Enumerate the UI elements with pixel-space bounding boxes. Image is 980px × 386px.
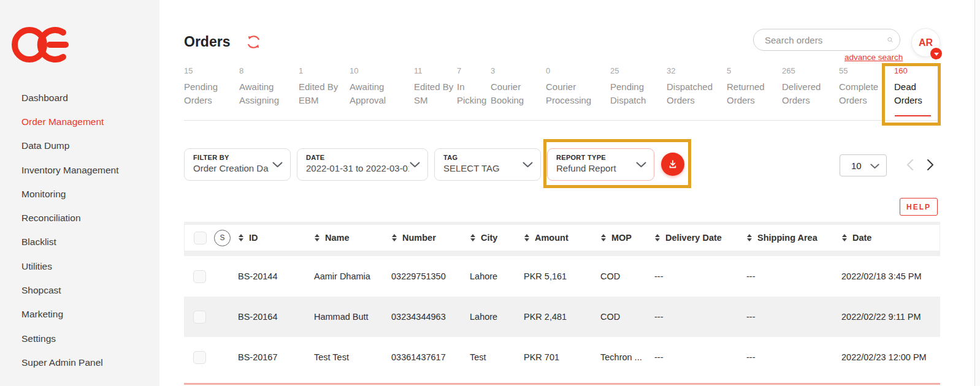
tab-edited-by-sm[interactable]: 11 Edited By SM (414, 66, 453, 107)
tab-awaiting-assigning[interactable]: 8 Awaiting Assigning (239, 66, 279, 107)
column-header-name[interactable]: Name (315, 233, 392, 243)
tab-courier-processing[interactable]: 0 Courier Processing (546, 66, 591, 107)
cell-amount: PKR 2,481 (524, 312, 600, 322)
orders-page: Dashboard Order Management Data Dump Inv… (0, 0, 980, 386)
tab-courier-booking[interactable]: 3 Courier Booking (491, 66, 524, 107)
avatar[interactable]: AR (912, 29, 940, 56)
sort-icon[interactable] (842, 234, 847, 241)
cell-mop: COD (600, 271, 654, 281)
chevron-right-icon (925, 157, 935, 172)
chevron-down-icon (272, 162, 283, 168)
chevron-down-icon (934, 53, 939, 56)
column-header-mop[interactable]: MOP (601, 233, 655, 243)
column-header-id[interactable]: ID (239, 233, 315, 243)
sort-icon[interactable] (655, 234, 660, 241)
cell-city: Test (470, 352, 524, 362)
sort-icon[interactable] (601, 234, 606, 241)
avatar-dropdown-badge[interactable] (930, 48, 942, 59)
cell-delivery-date: --- (654, 271, 746, 281)
sort-icon[interactable] (747, 234, 752, 241)
sort-icon[interactable] (315, 234, 320, 241)
cell-date: 2022/02/23 12:00 PM (841, 352, 940, 362)
table-row[interactable]: BS-20144 Aamir Dhamia 03229751350 Lahore… (184, 256, 940, 297)
previous-page-button[interactable] (905, 157, 916, 175)
cell-city: Lahore (470, 312, 524, 322)
tab-in-picking[interactable]: 7 In Picking (457, 66, 486, 107)
row-checkbox[interactable] (193, 351, 206, 364)
sidebar-item-inventory-management[interactable]: Inventory Management (21, 158, 119, 182)
sidebar-item-reconciliation[interactable]: Reconciliation (21, 206, 119, 230)
tab-returned-orders[interactable]: 5 Returned Orders (727, 66, 765, 107)
column-header-date[interactable]: Date (842, 233, 940, 243)
sidebar-item-data-dump[interactable]: Data Dump (21, 134, 119, 158)
sort-icon[interactable] (239, 234, 243, 241)
advance-search-link[interactable]: advance search (844, 53, 903, 62)
avatar-initials: AR (919, 37, 933, 48)
row-checkbox[interactable] (193, 270, 206, 283)
app-logo[interactable] (11, 20, 72, 70)
cell-name: Test Test (314, 352, 391, 362)
search-icon[interactable] (887, 32, 894, 48)
cell-shipping-area: --- (746, 352, 841, 362)
cell-mop: Techron ... (600, 352, 654, 362)
tab-edited-by-ebm[interactable]: 1 Edited By EBM (299, 66, 338, 107)
select-all-checkbox[interactable] (194, 232, 207, 244)
sidebar-item-monitoring[interactable]: Monitoring (21, 182, 119, 206)
cell-delivery-date: --- (654, 352, 746, 362)
next-page-button[interactable] (925, 157, 935, 175)
sidebar-item-marketing[interactable]: Marketing (21, 303, 119, 327)
table-row[interactable]: BS-20167 Test Test 03361437617 Test PKR … (184, 337, 940, 377)
oe-logo-icon (11, 20, 72, 67)
status-tabs: 15 Pending Orders 8 Awaiting Assigning 1… (184, 66, 951, 121)
sort-icon[interactable] (470, 234, 475, 241)
sidebar: Dashboard Order Management Data Dump Inv… (0, 0, 159, 386)
tab-dispatched-orders[interactable]: 32 Dispatched Orders (667, 66, 713, 107)
sort-icon[interactable] (524, 234, 529, 241)
sidebar-item-dashboard[interactable]: Dashboard (21, 86, 119, 110)
annotation-box-report-type (543, 139, 691, 188)
tabs-divider (184, 120, 940, 121)
cell-amount: PKR 701 (524, 352, 600, 362)
tag-dropdown[interactable]: TAG SELECT TAG (434, 148, 541, 181)
cell-id: BS-20164 (238, 312, 314, 322)
column-header-city[interactable]: City (470, 233, 524, 243)
sidebar-item-utilities[interactable]: Utilities (21, 254, 119, 278)
column-header-shipping-area[interactable]: Shipping Area (747, 233, 842, 243)
orders-table: S ID Name Number City Amount (184, 222, 940, 377)
tab-awaiting-approval[interactable]: 10 Awaiting Approval (350, 66, 386, 107)
cell-delivery-date: --- (654, 312, 746, 322)
table-header-row: S ID Name Number City Amount (184, 225, 940, 251)
sidebar-item-shopcast[interactable]: Shopcast (21, 278, 119, 302)
sidebar-item-blacklist[interactable]: Blacklist (21, 230, 119, 254)
column-header-number[interactable]: Number (392, 233, 470, 243)
refresh-icon (246, 34, 261, 50)
sidebar-item-settings[interactable]: Settings (21, 327, 119, 350)
tab-delivered-orders[interactable]: 265 Delivered Orders (782, 66, 821, 107)
sort-icon[interactable] (392, 234, 397, 241)
tab-pending-dispatch[interactable]: 25 Pending Dispatch (610, 66, 646, 107)
table-row[interactable]: BS-20164 Hammad Butt 03234344963 Lahore … (184, 297, 940, 337)
cell-shipping-area: --- (746, 271, 841, 281)
cell-date: 2022/02/22 9:11 PM (841, 312, 940, 322)
help-button[interactable]: HELP (900, 198, 938, 216)
s-circle-icon[interactable]: S (214, 230, 231, 246)
column-header-amount[interactable]: Amount (524, 233, 601, 243)
chevron-down-icon (410, 162, 420, 168)
page-size-select[interactable]: 10 (840, 154, 887, 176)
search-input[interactable] (765, 35, 887, 45)
cell-amount: PKR 5,161 (524, 271, 600, 281)
table-header-gap (184, 251, 940, 256)
row-checkbox[interactable] (193, 311, 206, 324)
tab-pending-orders[interactable]: 15 Pending Orders (184, 66, 218, 107)
sidebar-item-super-admin-panel[interactable]: Super Admin Panel (21, 350, 119, 374)
page-title-row: Orders (184, 34, 261, 50)
column-header-delivery-date[interactable]: Delivery Date (655, 233, 747, 243)
scrollbar[interactable] (974, 0, 980, 386)
cell-mop: COD (600, 312, 654, 322)
refresh-button[interactable] (246, 34, 261, 50)
bottom-divider (184, 383, 940, 385)
filter-by-dropdown[interactable]: FILTER BY Order Creation Da (184, 148, 291, 181)
tab-complete-orders[interactable]: 55 Complete Orders (839, 66, 878, 107)
date-range-dropdown[interactable]: DATE 2022-01-31 to 2022-03-01 (297, 148, 428, 181)
sidebar-item-order-management[interactable]: Order Management (21, 110, 119, 134)
